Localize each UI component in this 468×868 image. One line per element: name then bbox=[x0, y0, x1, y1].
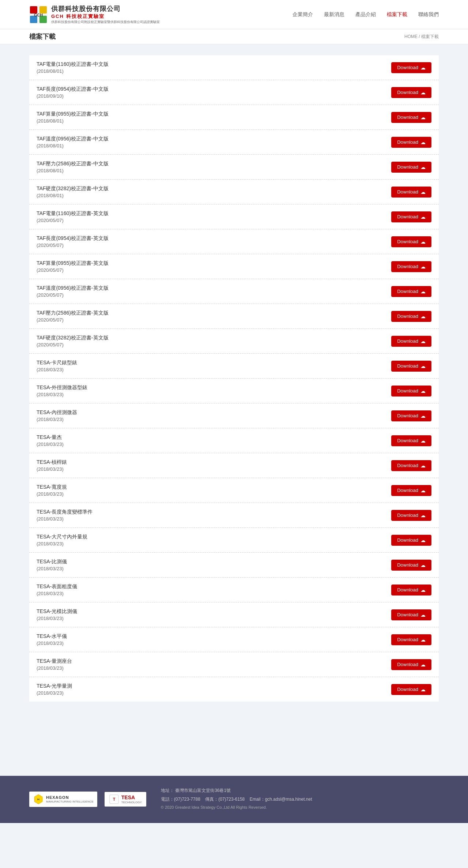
cloud-download-icon-25: ☁ bbox=[420, 687, 426, 692]
breadcrumb-current: 檔案下載 bbox=[421, 34, 439, 39]
download-button-15[interactable]: Download ☁ bbox=[391, 435, 431, 446]
item-title-21: TESA-表面粗度儀 bbox=[37, 583, 77, 590]
cloud-download-icon-18: ☁ bbox=[420, 512, 426, 518]
item-info-3: TAF溫度(0956)校正證書-中文版 (2018/08/01) bbox=[37, 136, 109, 149]
cloud-download-icon-22: ☁ bbox=[420, 612, 426, 618]
item-info-9: TAF溫度(0956)校正證書-英文版 (2020/05/07) bbox=[37, 285, 109, 298]
svg-text:T: T bbox=[113, 797, 115, 801]
download-button-23[interactable]: Download ☁ bbox=[391, 634, 431, 645]
item-info-7: TAF長度(0954)校正證書-英文版 (2020/05/07) bbox=[37, 235, 109, 248]
nav-item-contact[interactable]: 聯絡我們 bbox=[418, 11, 439, 18]
header: GCH 供群科技股份有限公司 GCH 科技校正實驗室 供群科技股份有限公司附設校… bbox=[0, 0, 468, 29]
item-title-2: TAF算量(0955)校正證書-中文版 bbox=[37, 111, 109, 117]
cloud-download-icon-10: ☁ bbox=[420, 313, 426, 319]
item-info-21: TESA-表面粗度儀 (2018/03/23) bbox=[37, 583, 77, 596]
hexagon-icon: H bbox=[33, 794, 44, 805]
download-item: TAF壓力(2586)校正證書-中文版 (2018/08/01) Downloa… bbox=[29, 155, 439, 180]
footer-contact: 電話：(07)723-7788 傳真：(07)723-6158 Email：gc… bbox=[161, 796, 439, 804]
download-item: TESA-光學量測 (2018/03/23) Download ☁ bbox=[29, 677, 439, 702]
download-button-1[interactable]: Download ☁ bbox=[391, 87, 431, 98]
download-button-6[interactable]: Download ☁ bbox=[391, 211, 431, 222]
item-date-8: (2020/05/07) bbox=[37, 267, 109, 273]
download-button-9[interactable]: Download ☁ bbox=[391, 286, 431, 297]
cloud-download-icon-19: ☁ bbox=[420, 537, 426, 543]
download-button-14[interactable]: Download ☁ bbox=[391, 410, 431, 421]
download-button-20[interactable]: Download ☁ bbox=[391, 560, 431, 571]
footer-info: 地址： 臺灣市篤山富文堂街36巷1號 電話：(07)723-7788 傳真：(0… bbox=[161, 787, 439, 812]
breadcrumb: HOME / 檔案下載 bbox=[404, 34, 439, 40]
item-info-6: TAF電量(1160)校正證書-英文版 (2020/05/07) bbox=[37, 210, 109, 223]
item-date-4: (2018/08/01) bbox=[37, 168, 109, 173]
download-button-11[interactable]: Download ☁ bbox=[391, 336, 431, 347]
item-title-14: TESA-內徑測微器 bbox=[37, 409, 77, 416]
item-title-18: TESA-長度角度變標準件 bbox=[37, 509, 93, 515]
download-item: TESA-卡尺錶型錶 (2018/03/23) Download ☁ bbox=[29, 354, 439, 379]
nav-item-about[interactable]: 企業簡介 bbox=[292, 11, 313, 18]
download-label-14: Download bbox=[397, 413, 418, 418]
download-button-7[interactable]: Download ☁ bbox=[391, 236, 431, 247]
item-info-2: TAF算量(0955)校正證書-中文版 (2018/08/01) bbox=[37, 111, 109, 124]
item-title-12: TESA-卡尺錶型錶 bbox=[37, 360, 77, 366]
download-button-17[interactable]: Download ☁ bbox=[391, 485, 431, 496]
download-button-5[interactable]: Download ☁ bbox=[391, 187, 431, 198]
footer-logos: H HEXAGON MANUFACTURING INTELLIGENCE T T… bbox=[29, 792, 146, 807]
item-title-22: TESA-光模比測儀 bbox=[37, 608, 77, 615]
download-button-21[interactable]: Download ☁ bbox=[391, 585, 431, 595]
item-date-11: (2020/05/07) bbox=[37, 342, 109, 347]
cloud-download-icon-3: ☁ bbox=[420, 139, 426, 145]
item-title-10: TAF壓力(2586)校正證書-英文版 bbox=[37, 310, 109, 316]
download-button-25[interactable]: Download ☁ bbox=[391, 684, 431, 695]
footer-phone: 電話：(07)723-7788 bbox=[161, 797, 200, 802]
footer-address: 地址： 臺灣市篤山富文堂街36巷1號 bbox=[161, 787, 439, 795]
download-button-12[interactable]: Download ☁ bbox=[391, 361, 431, 372]
item-date-12: (2018/03/23) bbox=[37, 367, 77, 372]
item-title-24: TESA-量測座台 bbox=[37, 658, 72, 665]
item-title-23: TESA-水平儀 bbox=[37, 633, 67, 640]
download-label-15: Download bbox=[397, 438, 418, 443]
download-button-10[interactable]: Download ☁ bbox=[391, 311, 431, 322]
download-button-22[interactable]: Download ☁ bbox=[391, 609, 431, 620]
download-label-19: Download bbox=[397, 537, 418, 543]
item-date-21: (2018/03/23) bbox=[37, 591, 77, 596]
cloud-download-icon-15: ☁ bbox=[420, 438, 426, 444]
item-title-8: TAF算量(0955)校正證書-英文版 bbox=[37, 260, 109, 267]
item-info-22: TESA-光模比測儀 (2018/03/23) bbox=[37, 608, 77, 621]
footer-copyright: © 2020 Greatest Idea Strategy Co.,Ltd Al… bbox=[161, 804, 439, 811]
cloud-download-icon-12: ☁ bbox=[420, 363, 426, 369]
page-title: 檔案下載 bbox=[29, 32, 56, 41]
hexagon-logo: H HEXAGON MANUFACTURING INTELLIGENCE bbox=[29, 792, 97, 807]
download-button-2[interactable]: Download ☁ bbox=[391, 112, 431, 123]
download-button-19[interactable]: Download ☁ bbox=[391, 535, 431, 546]
item-date-18: (2018/03/23) bbox=[37, 516, 93, 522]
nav-item-products[interactable]: 產品介紹 bbox=[355, 11, 376, 18]
download-button-0[interactable]: Download ☁ bbox=[391, 62, 431, 73]
download-button-13[interactable]: Download ☁ bbox=[391, 386, 431, 397]
download-button-18[interactable]: Download ☁ bbox=[391, 510, 431, 521]
download-button-16[interactable]: Download ☁ bbox=[391, 460, 431, 471]
cloud-download-icon-4: ☁ bbox=[420, 164, 426, 170]
download-item: TESA-量杰 (2018/03/23) Download ☁ bbox=[29, 428, 439, 453]
item-date-9: (2020/05/07) bbox=[37, 292, 109, 298]
download-button-8[interactable]: Download ☁ bbox=[391, 261, 431, 272]
item-title-25: TESA-光學量測 bbox=[37, 683, 72, 689]
download-item: TAF電量(1160)校正證書-中文版 (2018/08/01) Downloa… bbox=[29, 55, 439, 80]
item-date-24: (2018/03/23) bbox=[37, 665, 72, 671]
download-button-3[interactable]: Download ☁ bbox=[391, 137, 431, 148]
download-item: TAF壓力(2586)校正證書-英文版 (2020/05/07) Downloa… bbox=[29, 304, 439, 329]
main-nav: 企業簡介 最新消息 產品介紹 檔案下載 聯絡我們 bbox=[292, 11, 439, 18]
download-item: TESA-大尺寸內外量規 (2018/03/23) Download ☁ bbox=[29, 528, 439, 553]
download-button-4[interactable]: Download ☁ bbox=[391, 162, 431, 173]
download-label-2: Download bbox=[397, 114, 418, 120]
download-item: TESA-槓桿錶 (2018/03/23) Download ☁ bbox=[29, 453, 439, 478]
download-label-17: Download bbox=[397, 488, 418, 493]
download-item: TESA-長度角度變標準件 (2018/03/23) Download ☁ bbox=[29, 503, 439, 528]
download-label-11: Download bbox=[397, 338, 418, 344]
download-label-10: Download bbox=[397, 313, 418, 319]
download-label-24: Download bbox=[397, 662, 418, 667]
item-title-7: TAF長度(0954)校正證書-英文版 bbox=[37, 235, 109, 242]
nav-item-news[interactable]: 最新消息 bbox=[324, 11, 344, 18]
nav-item-downloads[interactable]: 檔案下載 bbox=[387, 11, 407, 18]
item-title-16: TESA-槓桿錶 bbox=[37, 459, 67, 466]
download-button-24[interactable]: Download ☁ bbox=[391, 659, 431, 670]
item-title-19: TESA-大尺寸內外量規 bbox=[37, 534, 87, 540]
